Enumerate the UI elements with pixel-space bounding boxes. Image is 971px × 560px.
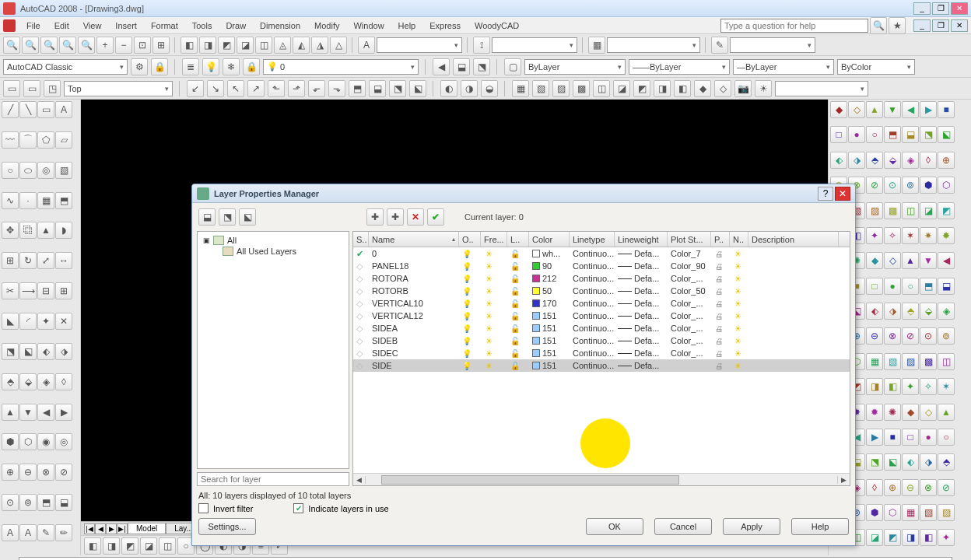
table-style-combo[interactable]: [607, 37, 700, 53]
palette-icon[interactable]: ◊: [866, 479, 883, 496]
v12-icon[interactable]: ⬕: [409, 80, 426, 97]
menu-help[interactable]: Help: [392, 19, 422, 32]
pline-icon[interactable]: 〰: [2, 131, 19, 149]
d6-icon[interactable]: ⬙: [19, 373, 37, 390]
palette-icon[interactable]: ▼: [884, 101, 901, 118]
v8-icon[interactable]: ⬎: [328, 80, 345, 97]
line-icon[interactable]: ╱: [2, 101, 19, 118]
palette-icon[interactable]: ⬗: [848, 152, 865, 169]
ucs9-icon[interactable]: △: [330, 37, 347, 54]
palette-icon[interactable]: ⬔: [866, 453, 883, 471]
close-button[interactable]: ✕: [951, 2, 968, 15]
scale-icon[interactable]: ⤢: [37, 252, 54, 269]
trim-icon[interactable]: ✂: [2, 282, 19, 299]
bt2-icon[interactable]: ◨: [103, 537, 120, 555]
dialog-close-button[interactable]: ✕: [835, 187, 850, 201]
mleader-combo[interactable]: [730, 37, 815, 53]
ok-button[interactable]: OK: [586, 518, 643, 535]
i1-icon[interactable]: ⬒: [37, 494, 54, 511]
bt4-icon[interactable]: ◪: [140, 537, 157, 555]
menu-format[interactable]: Format: [145, 19, 184, 32]
e1-icon[interactable]: ▲: [2, 404, 19, 421]
palette-icon[interactable]: ⊕: [938, 152, 955, 169]
tree-all-used[interactable]: All Used Layers: [201, 246, 345, 257]
g1-icon[interactable]: ⊕: [2, 464, 19, 481]
chamfer-icon[interactable]: ◣: [2, 313, 19, 330]
explode-icon[interactable]: ✦: [37, 313, 54, 330]
palette-icon[interactable]: □: [902, 429, 919, 446]
copy-icon[interactable]: ⿻: [19, 222, 37, 239]
help-button[interactable]: Help: [791, 518, 849, 535]
zoom-all-icon[interactable]: ⊡: [134, 37, 151, 54]
palette-icon[interactable]: ⊖: [866, 327, 883, 345]
bt3-icon[interactable]: ◩: [121, 537, 138, 555]
palette-icon[interactable]: ▩: [884, 202, 901, 219]
d5-icon[interactable]: ⬘: [2, 373, 19, 390]
palette-icon[interactable]: ✶: [902, 227, 919, 244]
vs2-icon[interactable]: ▧: [532, 80, 549, 97]
palette-icon[interactable]: ⬖: [866, 303, 883, 320]
ucs-icon[interactable]: ◧: [181, 37, 198, 54]
palette-icon[interactable]: ◨: [902, 529, 919, 546]
menu-modify[interactable]: Modify: [308, 19, 345, 32]
j2-icon[interactable]: ✏: [55, 524, 72, 541]
h2-icon[interactable]: ⊙: [2, 494, 19, 511]
delete-layer-icon[interactable]: ✕: [407, 208, 424, 226]
col-lineweight[interactable]: Lineweight: [615, 232, 668, 247]
palette-icon[interactable]: ○: [902, 278, 919, 295]
erase-icon[interactable]: ✕: [55, 313, 72, 330]
palette-icon[interactable]: ▶: [866, 429, 883, 446]
scroll-left-icon[interactable]: ◀: [353, 476, 366, 484]
e4-icon[interactable]: ▶: [55, 404, 72, 421]
col-name[interactable]: Name▴: [369, 232, 459, 247]
d3-icon[interactable]: ⬖: [37, 343, 54, 360]
f4-icon[interactable]: ◎: [55, 433, 72, 450]
palette-icon[interactable]: ⬕: [938, 126, 955, 143]
palette-icon[interactable]: ▲: [902, 252, 919, 269]
ucs6-icon[interactable]: ◬: [274, 37, 291, 54]
g2-icon[interactable]: ⊖: [19, 464, 37, 481]
text-style-combo[interactable]: [377, 37, 462, 53]
visual-style-combo[interactable]: [775, 81, 868, 96]
palette-icon[interactable]: ✦: [938, 529, 955, 546]
zoom-out-icon[interactable]: −: [115, 37, 132, 54]
vs9-icon[interactable]: ◧: [674, 80, 691, 97]
layer-row[interactable]: ◇SIDEC💡☀🔓151Continuo... Defa...Color_...…: [353, 347, 850, 359]
layer-row[interactable]: ◇SIDEB💡☀🔓151Continuo... Defa...Color_...…: [353, 334, 850, 347]
palette-icon[interactable]: ⊘: [902, 327, 919, 345]
indicate-checkbox[interactable]: ✔: [293, 503, 303, 513]
v6-icon[interactable]: ⬏: [288, 80, 305, 97]
layer-props-icon[interactable]: ≣: [182, 58, 199, 75]
palette-icon[interactable]: ◫: [938, 353, 955, 370]
break-icon[interactable]: ⊟: [37, 282, 54, 299]
col-lock[interactable]: L..: [507, 232, 529, 247]
layer-bulb-icon[interactable]: 💡: [202, 58, 219, 75]
palette-icon[interactable]: ▧: [884, 353, 901, 370]
palette-icon[interactable]: ⬖: [830, 152, 847, 169]
i2-icon[interactable]: ⬓: [55, 494, 72, 511]
palette-icon[interactable]: ◈: [902, 152, 919, 169]
zoom-center-icon[interactable]: 🔍: [59, 37, 76, 54]
scroll-thumb[interactable]: [381, 475, 679, 485]
command-window[interactable]: Command: Command:: [19, 557, 952, 560]
layer-states-icon[interactable]: ⬕: [239, 208, 256, 226]
vs8-icon[interactable]: ◨: [654, 80, 671, 97]
palette-icon[interactable]: ▧: [920, 504, 937, 521]
palette-icon[interactable]: ✦: [866, 227, 883, 244]
set-current-icon[interactable]: ✔: [427, 208, 444, 226]
palette-icon[interactable]: ▲: [866, 101, 883, 118]
offset-icon[interactable]: ◗: [55, 222, 72, 239]
palette-icon[interactable]: ⬘: [938, 453, 955, 471]
vs11-icon[interactable]: ◇: [714, 80, 731, 97]
palette-icon[interactable]: ◩: [938, 202, 955, 219]
bt1-icon[interactable]: ◧: [84, 537, 101, 555]
layer-freeze-icon[interactable]: ❄: [223, 58, 240, 75]
palette-icon[interactable]: ◆: [830, 101, 847, 118]
palette-icon[interactable]: ⬢: [920, 177, 937, 194]
palette-icon[interactable]: ◧: [884, 378, 901, 395]
tab-nav-next[interactable]: ▶: [106, 523, 117, 534]
mirror-icon[interactable]: ▲: [37, 222, 54, 239]
palette-icon[interactable]: ▼: [920, 252, 937, 269]
dialog-help-button[interactable]: ?: [818, 187, 833, 201]
minimize-button[interactable]: _: [913, 2, 931, 15]
